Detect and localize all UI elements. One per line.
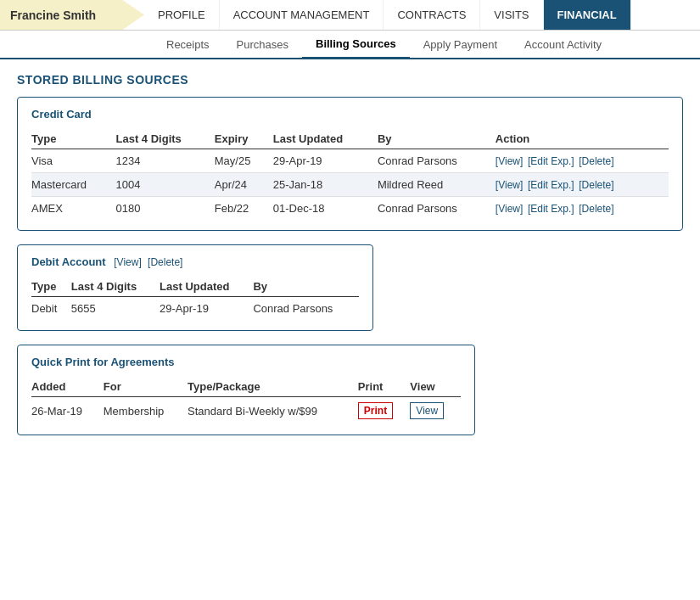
cc-by: Conrad Parsons	[378, 197, 496, 221]
cc-delete-link[interactable]: [Delete]	[579, 203, 613, 215]
subnav-account-activity[interactable]: Account Activity	[511, 31, 615, 58]
qp-col-for: For	[104, 377, 188, 397]
credit-card-title: Credit Card	[31, 108, 669, 121]
tab-visits[interactable]: VISITS	[480, 0, 543, 30]
debit-last4: 5655	[71, 297, 160, 321]
tab-contracts[interactable]: CONTRACTS	[384, 0, 480, 30]
debit-by: Conrad Parsons	[253, 297, 359, 321]
cc-actions: [View] [Edit Exp.] [Delete]	[496, 197, 669, 221]
cc-last-updated: 29-Apr-19	[273, 149, 378, 173]
debit-col-last-updated: Last Updated	[160, 277, 253, 297]
debit-card-actions: [View] [Delete]	[114, 256, 186, 268]
col-by: By	[378, 129, 496, 149]
cc-view-link[interactable]: [View]	[496, 203, 523, 215]
debit-view-link[interactable]: [View]	[114, 256, 141, 268]
qp-col-view: View	[410, 377, 461, 397]
cc-actions: [View] [Edit Exp.] [Delete]	[496, 173, 669, 197]
table-row: Debit 5655 29-Apr-19 Conrad Parsons	[31, 297, 359, 321]
top-navigation: Francine Smith PROFILE ACCOUNT MANAGEMEN…	[0, 0, 700, 31]
cc-by: Mildred Reed	[378, 173, 496, 197]
page-content: STORED BILLING SOURCES Credit Card Type …	[0, 59, 700, 449]
debit-col-last4: Last 4 Digits	[71, 277, 160, 297]
qp-col-print: Print	[358, 377, 411, 397]
cc-edit-link[interactable]: [Edit Exp.]	[528, 203, 574, 215]
debit-col-by: By	[253, 277, 359, 297]
debit-card: Debit Account [View] [Delete] Type Last …	[17, 244, 373, 331]
cc-edit-link[interactable]: [Edit Exp.]	[528, 155, 574, 167]
cc-view-link[interactable]: [View]	[496, 179, 523, 191]
table-row: Visa 1234 May/25 29-Apr-19 Conrad Parson…	[31, 149, 669, 173]
table-row: Mastercard 1004 Apr/24 25-Jan-18 Mildred…	[31, 173, 669, 197]
subnav-apply-payment[interactable]: Apply Payment	[410, 31, 511, 58]
cc-by: Conrad Parsons	[378, 149, 496, 173]
sub-navigation: Receipts Purchases Billing Sources Apply…	[0, 31, 700, 59]
user-name-block: Francine Smith	[0, 0, 144, 30]
cc-expiry: Feb/22	[215, 197, 273, 221]
tab-account-management[interactable]: ACCOUNT MANAGEMENT	[220, 0, 384, 30]
tab-profile[interactable]: PROFILE	[144, 0, 220, 30]
quick-print-section: Quick Print for Agreements Added For Typ…	[17, 345, 475, 435]
debit-table: Type Last 4 Digits Last Updated By Debit…	[31, 277, 359, 320]
credit-card-table: Type Last 4 Digits Expiry Last Updated B…	[31, 129, 669, 220]
col-expiry: Expiry	[215, 129, 273, 149]
qp-col-added: Added	[31, 377, 104, 397]
debit-col-type: Type	[31, 277, 71, 297]
subnav-receipts[interactable]: Receipts	[153, 31, 223, 58]
col-last4: Last 4 Digits	[116, 129, 215, 149]
top-nav-tabs: PROFILE ACCOUNT MANAGEMENT CONTRACTS VIS…	[144, 0, 700, 30]
qp-for: Membership	[104, 397, 188, 425]
cc-type: AMEX	[31, 197, 116, 221]
qp-print-cell: Print	[358, 397, 411, 425]
col-type: Type	[31, 129, 116, 149]
cc-delete-link[interactable]: [Delete]	[579, 179, 613, 191]
cc-last-updated: 01-Dec-18	[273, 197, 378, 221]
col-action: Action	[496, 129, 669, 149]
debit-delete-link[interactable]: [Delete]	[148, 256, 182, 268]
quick-print-title: Quick Print for Agreements	[31, 356, 461, 368]
cc-edit-link[interactable]: [Edit Exp.]	[528, 179, 574, 191]
qp-added: 26-Mar-19	[31, 397, 104, 425]
qp-col-type-package: Type/Package	[188, 377, 358, 397]
col-last-updated: Last Updated	[273, 129, 378, 149]
cc-type: Visa	[31, 149, 116, 173]
debit-type: Debit	[31, 297, 71, 321]
debit-last-updated: 29-Apr-19	[160, 297, 253, 321]
table-row: AMEX 0180 Feb/22 01-Dec-18 Conrad Parson…	[31, 197, 669, 221]
print-button[interactable]: Print	[358, 402, 393, 419]
table-row: 26-Mar-19 Membership Standard Bi-Weekly …	[31, 397, 461, 425]
subnav-purchases[interactable]: Purchases	[223, 31, 302, 58]
user-name: Francine Smith	[10, 8, 96, 22]
cc-actions: [View] [Edit Exp.] [Delete]	[496, 149, 669, 173]
cc-last-updated: 25-Jan-18	[273, 173, 378, 197]
cc-type: Mastercard	[31, 173, 116, 197]
cc-last4: 0180	[116, 197, 215, 221]
qp-type-package: Standard Bi-Weekly w/$99	[188, 397, 358, 425]
cc-view-link[interactable]: [View]	[496, 155, 523, 167]
cc-last4: 1004	[116, 173, 215, 197]
qp-view-cell: View	[410, 397, 461, 425]
tab-financial[interactable]: FINANCIAL	[544, 0, 631, 30]
cc-delete-link[interactable]: [Delete]	[579, 155, 613, 167]
section-title: STORED BILLING SOURCES	[17, 73, 683, 87]
cc-last4: 1234	[116, 149, 215, 173]
cc-expiry: May/25	[215, 149, 273, 173]
debit-card-title: Debit Account [View] [Delete]	[31, 255, 359, 268]
cc-expiry: Apr/24	[215, 173, 273, 197]
credit-card-section: Credit Card Type Last 4 Digits Expiry La…	[17, 97, 683, 231]
view-button[interactable]: View	[410, 402, 444, 419]
quick-print-table: Added For Type/Package Print View 26-Mar…	[31, 377, 461, 424]
debit-account-section: Debit Account [View] [Delete] Type Last …	[17, 244, 373, 331]
subnav-billing-sources[interactable]: Billing Sources	[302, 31, 410, 59]
